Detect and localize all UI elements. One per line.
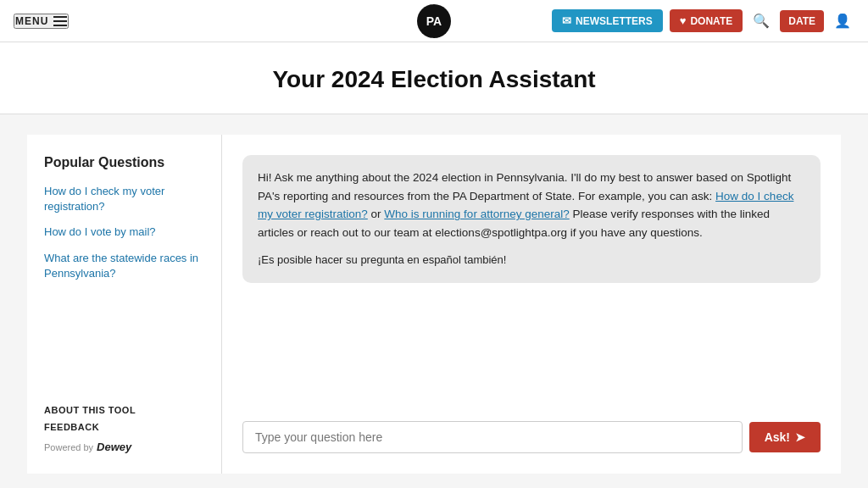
sidebar-question-3[interactable]: What are the statewide races in Pennsylv… [44,251,204,281]
search-icon: 🔍 [753,14,770,28]
page-title-section: Your 2024 Election Assistant [0,42,868,114]
chat-input-area: Ask! ➤ [242,421,821,453]
menu-label: MENU [15,15,48,27]
chat-input[interactable] [242,421,743,453]
feedback-link[interactable]: FEEDBACK [44,422,204,432]
main-content: Popular Questions How do I check my vote… [27,135,841,474]
donate-button[interactable]: ♥ DONATE [670,9,743,32]
search-button[interactable]: 🔍 [749,9,773,32]
send-icon: ➤ [795,430,805,444]
chat-text-2: or [368,208,385,220]
attorney-general-link[interactable]: Who is running for attorney general? [384,208,569,220]
menu-button[interactable]: MENU [14,14,69,29]
sidebar-question-2[interactable]: How do I vote by mail? [44,225,204,240]
ask-button[interactable]: Ask! ➤ [749,422,821,452]
chat-text-1: Hi! Ask me anything about the 2024 elect… [258,171,791,202]
newsletters-button[interactable]: ✉ NEWSLETTERS [552,9,663,32]
hamburger-icon [53,16,67,26]
chat-bubble: Hi! Ask me anything about the 2024 elect… [242,155,821,283]
site-header: MENU PA ✉ NEWSLETTERS ♥ DONATE 🔍 DATE 👤 [0,0,868,42]
sidebar: Popular Questions How do I check my vote… [27,135,222,474]
heart-icon: ♥ [680,14,687,27]
powered-by: Powered by Dewey [44,441,204,453]
person-icon-button[interactable]: 👤 [831,9,854,32]
logo-circle: PA [417,4,451,38]
small-red-button[interactable]: DATE [780,10,824,32]
spanish-note: ¡Es posible hacer su pregunta en español… [258,252,805,269]
sidebar-title: Popular Questions [44,155,204,170]
sidebar-question-1[interactable]: How do I check my voter registration? [44,184,204,214]
ask-button-label: Ask! [765,430,790,444]
sidebar-footer: ABOUT THIS TOOL FEEDBACK Powered by Dewe… [44,388,204,453]
site-logo[interactable]: PA [417,4,451,38]
header-left: MENU [14,14,69,29]
chat-area: Hi! Ask me anything about the 2024 elect… [222,135,841,474]
page-title: Your 2024 Election Assistant [0,66,868,93]
mail-icon: ✉ [562,14,571,27]
dewey-logo: Dewey [97,441,131,453]
header-right: ✉ NEWSLETTERS ♥ DONATE 🔍 DATE 👤 [552,9,854,32]
person-icon: 👤 [834,14,851,28]
chat-messages: Hi! Ask me anything about the 2024 elect… [242,155,821,401]
outer-wrapper: Popular Questions How do I check my vote… [0,135,868,488]
about-tool-link[interactable]: ABOUT THIS TOOL [44,405,204,415]
